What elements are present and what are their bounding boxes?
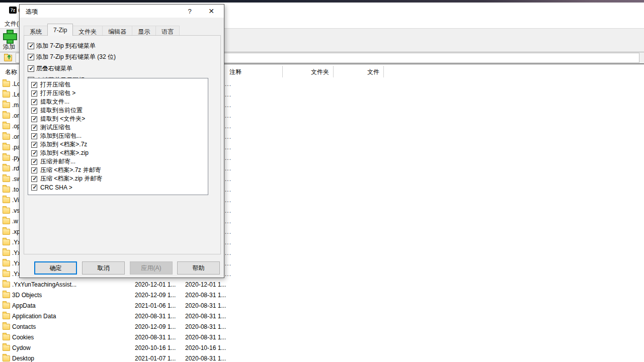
folder-icon: [3, 355, 10, 361]
7zip-app-icon: 7z: [9, 7, 17, 14]
ok-button[interactable]: 确定: [34, 261, 77, 275]
column-header-files[interactable]: 文件: [334, 68, 379, 76]
context-item-label: 压缩并邮寄...: [40, 157, 75, 166]
checkbox-icon[interactable]: [31, 142, 37, 148]
dialog-tabs: 系统 7-Zip 文件夹 编辑器 显示 语言: [24, 25, 179, 36]
file-modified-date: 2020-12-09 1...: [135, 323, 182, 330]
column-divider[interactable]: [383, 66, 384, 77]
context-menu-item-row[interactable]: 提取文件...: [31, 98, 208, 106]
help-button[interactable]: 帮助: [177, 261, 220, 275]
tab-编辑器[interactable]: 编辑器: [102, 26, 132, 36]
context-item-label: 提取到当前位置: [40, 106, 83, 115]
context-item-label: 提取到 <文件夹>: [40, 115, 85, 123]
column-header-folders[interactable]: 文件夹: [283, 68, 329, 76]
checkbox-icon[interactable]: [31, 99, 37, 105]
file-modified-date: 2020-12-01 1...: [135, 281, 182, 288]
tab-显示[interactable]: 显示: [132, 26, 156, 36]
context-item-label: 提取文件...: [40, 98, 69, 106]
checkbox-icon[interactable]: [31, 176, 37, 182]
checkbox-icon[interactable]: [28, 54, 34, 60]
folder-icon: [3, 324, 10, 330]
checkbox-icon[interactable]: [31, 159, 37, 165]
file-created-date: 2020-08-31 1...: [185, 334, 230, 341]
context-menu-item-row[interactable]: 打开压缩包 >: [31, 89, 208, 98]
file-created-date: 2020-08-31 1...: [185, 302, 230, 309]
option-checkbox-row[interactable]: 层叠右键菜单: [28, 64, 72, 72]
tab-文件夹[interactable]: 文件夹: [72, 26, 103, 36]
file-created-date: 2020-08-31 1...: [185, 313, 230, 320]
context-item-label: 添加到 <档案>.zip: [40, 149, 89, 157]
tab-系统[interactable]: 系统: [24, 26, 48, 36]
checkbox-icon[interactable]: [31, 185, 37, 191]
plus-icon: [3, 30, 15, 42]
file-row[interactable]: Cookies 2020-08-31 1... 2020-08-31 1...: [0, 332, 644, 342]
truncated-date-ellipsis: ...: [225, 165, 231, 172]
dialog-buttons: 确定 取消 应用(A) 帮助: [20, 261, 224, 275]
file-name: .to: [12, 186, 19, 193]
checkbox-icon[interactable]: [28, 43, 34, 49]
checkbox-icon[interactable]: [31, 150, 37, 156]
file-created-date: 2020-12-01 1...: [185, 281, 230, 288]
context-menu-item-row[interactable]: 添加到 <档案>.7z: [31, 140, 208, 149]
context-item-label: 压缩 <档案>.7z 并邮寄: [40, 166, 101, 174]
context-item-label: 添加到 <档案>.7z: [40, 140, 87, 149]
file-row[interactable]: 3D Objects 2020-12-09 1... 2020-08-31 1.…: [0, 290, 644, 300]
folder-icon: [3, 155, 10, 161]
file-row[interactable]: Contacts 2020-12-09 1... 2020-08-31 1...: [0, 321, 644, 332]
context-menu-item-row[interactable]: 添加到 <档案>.zip: [31, 149, 208, 157]
checkbox-icon[interactable]: [31, 125, 37, 131]
tab-7-Zip[interactable]: 7-Zip: [47, 24, 73, 36]
column-divider[interactable]: [333, 66, 334, 77]
checkbox-icon[interactable]: [31, 82, 37, 88]
file-modified-date: 2020-10-16 1...: [135, 344, 182, 351]
context-menu-item-row[interactable]: 添加到压缩包...: [31, 132, 208, 140]
file-name: Application Data: [12, 313, 56, 320]
context-menu-item-row[interactable]: 提取到当前位置: [31, 106, 208, 115]
checkbox-icon[interactable]: [28, 65, 34, 72]
checkbox-icon[interactable]: [31, 167, 37, 173]
column-header-name[interactable]: 名称: [5, 68, 17, 76]
column-header-comment[interactable]: 注释: [229, 68, 242, 76]
add-button-label: 添加: [3, 43, 15, 51]
column-divider[interactable]: [282, 66, 283, 77]
up-one-level-button[interactable]: [3, 53, 14, 63]
context-menu-item-row[interactable]: 打开压缩包: [31, 80, 208, 89]
truncated-date-ellipsis: ...: [225, 197, 231, 204]
add-button[interactable]: 添加: [1, 30, 18, 52]
cancel-button[interactable]: 取消: [82, 261, 125, 275]
dialog-close-icon[interactable]: ✕: [203, 5, 220, 18]
file-row[interactable]: Desktop 2021-01-07 1... 2020-08-31 1...: [0, 353, 644, 362]
tab-语言[interactable]: 语言: [155, 26, 180, 36]
apply-button[interactable]: 应用(A): [130, 261, 173, 275]
option-checkbox-row[interactable]: 添加 7-Zip 到右键菜单 (32 位): [28, 53, 116, 61]
context-menu-item-row[interactable]: 压缩 <档案>.7z 并邮寄: [31, 166, 208, 174]
truncated-date-ellipsis: ...: [225, 218, 231, 225]
folder-icon: [3, 303, 10, 309]
folder-icon: [3, 102, 10, 108]
context-menu-item-row[interactable]: 测试压缩包: [31, 123, 208, 132]
folder-icon: [3, 229, 10, 235]
dialog-help-icon[interactable]: ?: [181, 5, 198, 18]
file-row[interactable]: .YxYunTeachingAssist... 2020-12-01 1... …: [0, 279, 644, 290]
context-item-label: 打开压缩包 >: [40, 89, 75, 98]
context-menu-item-row[interactable]: 压缩并邮寄...: [31, 157, 208, 166]
checkbox-label: 添加 7-Zip 到右键菜单: [36, 42, 96, 50]
folder-icon: [3, 92, 10, 98]
checkbox-icon[interactable]: [31, 90, 37, 97]
context-menu-item-row[interactable]: 压缩 <档案>.zip 并邮寄: [31, 174, 208, 183]
folder-icon: [3, 345, 10, 351]
file-row[interactable]: AppData 2021-01-06 1... 2020-08-31 1...: [0, 300, 644, 311]
context-menu-item-row[interactable]: 提取到 <文件夹>: [31, 115, 208, 123]
context-menu-item-row[interactable]: CRC SHA >: [31, 183, 208, 192]
truncated-date-ellipsis: ...: [225, 249, 231, 256]
folder-icon: [3, 134, 10, 140]
file-row[interactable]: Application Data 2020-08-31 1... 2020-08…: [0, 311, 644, 321]
file-name: .or: [12, 112, 19, 119]
file-row[interactable]: Cydow 2020-10-16 1... 2020-10-16 1...: [0, 342, 644, 353]
checkbox-icon[interactable]: [31, 133, 37, 139]
folder-icon: [3, 239, 10, 245]
checkbox-icon[interactable]: [31, 108, 37, 114]
checkbox-icon[interactable]: [31, 116, 37, 122]
file-name: .w: [12, 218, 18, 225]
option-checkbox-row[interactable]: 添加 7-Zip 到右键菜单: [28, 42, 96, 50]
